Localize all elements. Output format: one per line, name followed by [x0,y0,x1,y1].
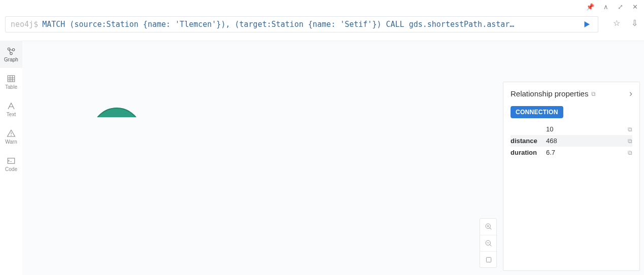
zoom-in-button[interactable] [480,219,497,235]
property-row: distance468⧉ [511,135,632,147]
svg-point-13 [92,108,141,117]
copy-icon[interactable]: ⧉ [628,149,632,156]
pin-icon[interactable]: 📌 [586,3,594,11]
property-row: duration6.7⧉ [511,147,632,158]
relationship-type-badge[interactable]: CONNECTION [511,106,563,118]
zoom-controls [480,218,497,268]
sidebar-item-label: Table [5,84,17,90]
sidebar-item-label: Text [7,112,16,117]
svg-line-17 [490,228,491,229]
download-icon[interactable]: ⇩ [631,18,638,28]
copy-icon[interactable]: ⧉ [628,126,632,133]
sidebar-item-code[interactable]: Code [0,150,22,178]
properties-panel: Relationship properties ⧉ › CONNECTION 1… [503,82,640,271]
warn-icon [7,129,16,138]
sidebar-item-text[interactable]: Text [0,95,22,123]
code-icon [7,156,16,165]
svg-line-3 [10,50,12,50]
query-prompt: neo4j$ [11,20,38,29]
graph-canvas[interactable]: 4.34.76.76.9 TlemcenTiaretSetif Relation… [22,41,644,275]
close-icon[interactable]: ✕ [632,3,638,11]
graph-node-tlemcen[interactable]: Tlemcen [92,108,141,117]
property-value: 468 [546,137,628,145]
property-value: 6.7 [546,149,628,156]
query-text[interactable]: MATCH (source:Station {name: 'Tlemcen'})… [42,20,577,29]
property-key: duration [511,149,546,156]
sidebar-item-label: Warn [5,139,17,145]
zoom-fit-icon [485,256,493,264]
sidebar-item-warn[interactable]: Warn [0,123,22,150]
property-key: distance [511,137,546,145]
sidebar-item-label: Graph [4,57,18,62]
svg-line-21 [490,245,491,246]
zoom-fit-button[interactable] [480,251,497,267]
copy-icon[interactable]: ⧉ [628,138,632,145]
text-icon [7,101,16,111]
svg-rect-23 [486,257,491,262]
sidebar-item-label: Code [5,166,17,172]
property-value: 10 [546,125,628,133]
zoom-in-icon [485,223,493,231]
property-row: 10⧉ [511,123,632,135]
sidebar-item-graph[interactable]: Graph [0,41,22,68]
zoom-out-icon [485,239,493,248]
expand-icon[interactable]: ⤢ [618,3,623,11]
copy-icon[interactable]: ⧉ [591,90,596,97]
collapse-up-icon[interactable]: ∧ [603,3,608,11]
graph-icon [7,47,16,56]
favorite-icon[interactable]: ☆ [613,18,620,28]
zoom-out-button[interactable] [480,235,497,251]
view-sidebar: Graph Table Text Warn Code [0,41,22,178]
svg-point-1 [12,48,15,51]
graph-svg[interactable]: 4.34.76.76.9 TlemcenTiaretSetif [22,41,175,117]
play-icon [582,20,591,29]
panel-title: Relationship properties ⧉ [511,89,596,98]
sidebar-item-table[interactable]: Table [0,68,22,95]
panel-collapse-button[interactable]: › [629,88,632,99]
table-icon [7,74,16,83]
svg-rect-5 [8,76,15,82]
query-bar[interactable]: neo4j$ MATCH (source:Station {name: 'Tle… [5,16,598,32]
svg-point-11 [11,135,12,136]
run-button[interactable] [581,18,593,30]
svg-line-4 [9,50,10,52]
